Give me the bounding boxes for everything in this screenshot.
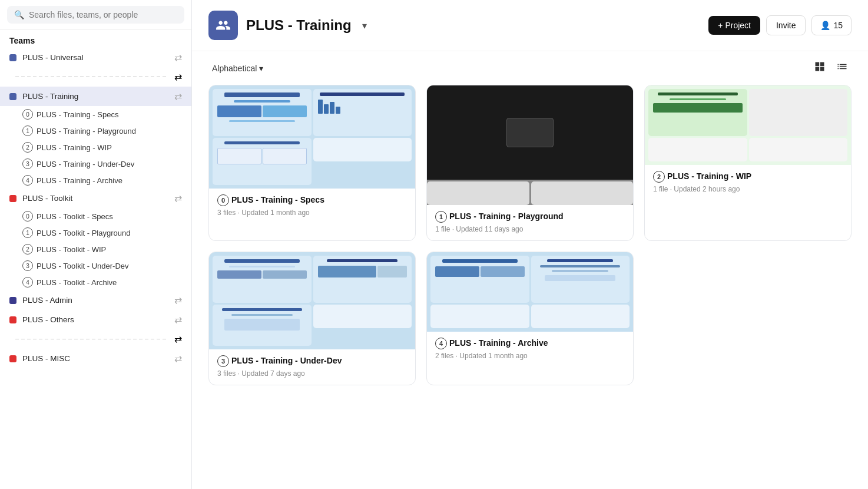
sidebar-subitem-training-archive[interactable]: 4 PLUS - Training - Archive [0,172,191,189]
team-title: PLUS - Training [246,17,352,34]
list-view-button[interactable] [833,58,852,78]
sub-badge: 4 [22,277,33,288]
tune-icon[interactable]: ⇄ [174,314,182,325]
badge: 2 [653,171,665,183]
sidebar-subitem-training-specs[interactable]: 0 PLUS - Training - Specs [0,106,191,123]
sidebar-subitem-toolkit-under-dev[interactable]: 3 PLUS - Toolkit - Under-Dev [0,257,191,274]
sidebar-subitem-label: PLUS - Training - Specs [37,110,118,119]
project-card-training-specs[interactable]: 0PLUS - Training - Specs 3 files · Updat… [208,85,416,241]
projects-grid: 0PLUS - Training - Specs 3 files · Updat… [192,85,868,402]
main-content: PLUS - Training ▾ + Project Invite 👤 15 … [192,0,868,489]
sidebar-item-label: PLUS - Others [22,315,168,324]
card-info: 2PLUS - Training - WIP 1 file · Updated … [645,165,851,200]
members-count: 15 [833,21,843,30]
tune-icon[interactable]: ⇄ [174,71,182,82]
project-card-training-playground[interactable]: 1PLUS - Training - Playground 1 file · U… [426,85,634,241]
sidebar-subitem-label: PLUS - Training - Playground [37,127,136,136]
tune-icon[interactable]: ⇄ [174,91,182,102]
sub-badge: 4 [22,175,33,186]
sidebar-subitem-toolkit-playground[interactable]: 1 PLUS - Toolkit - Playground [0,224,191,241]
sidebar-item-label: PLUS - Admin [22,296,168,305]
members-icon: 👤 [820,21,830,30]
sub-badge: 1 [22,227,33,238]
invite-button[interactable]: Invite [766,15,806,35]
search-input-wrap[interactable]: 🔍 [7,6,184,24]
sidebar-divider-1: ⇄ [0,67,191,87]
chevron-down-icon[interactable]: ▾ [362,20,367,31]
card-info: 0PLUS - Training - Specs 3 files · Updat… [209,189,415,224]
sidebar-item-plus-others[interactable]: PLUS - Others ⇄ [0,310,191,329]
teams-section-label: Teams [0,30,191,48]
sidebar-item-label: PLUS - Toolkit [22,194,168,203]
sub-badge: 1 [22,125,33,136]
sidebar-subitem-label: PLUS - Toolkit - Archive [37,278,117,287]
project-card-training-under-dev[interactable]: 3PLUS - Training - Under-Dev 3 files · U… [208,252,416,385]
card-meta: 1 file · Updated 2 hours ago [653,185,843,193]
team-icon [208,11,238,40]
dot-icon [9,54,16,61]
sort-label: Alphabetical [212,64,257,73]
sidebar-subitem-label: PLUS - Training - Archive [37,176,122,185]
project-card-training-archive[interactable]: 4PLUS - Training - Archive 2 files · Upd… [426,252,634,385]
card-meta: 1 file · Updated 11 days ago [435,225,625,233]
sidebar-subitem-toolkit-archive[interactable]: 4 PLUS - Toolkit - Archive [0,274,191,290]
badge: 4 [435,338,447,349]
sub-badge: 3 [22,158,33,169]
sub-badge: 2 [22,244,33,255]
grid-view-button[interactable] [810,58,829,78]
sub-badge: 0 [22,211,33,222]
divider-line [15,77,168,77]
sort-button[interactable]: Alphabetical ▾ [208,61,267,75]
dot-icon [9,297,16,304]
sidebar-item-plus-admin[interactable]: PLUS - Admin ⇄ [0,290,191,310]
sidebar-subitem-label: PLUS - Training - WIP [37,143,112,152]
sub-badge: 3 [22,260,33,271]
header: PLUS - Training ▾ + Project Invite 👤 15 [192,0,868,51]
card-info: 3PLUS - Training - Under-Dev 3 files · U… [209,349,415,385]
sidebar-subitem-label: PLUS - Toolkit - WIP [37,245,106,254]
sidebar-divider-2: ⇄ [0,329,191,349]
card-title: 2PLUS - Training - WIP [653,171,843,183]
sidebar-subitem-toolkit-wip[interactable]: 2 PLUS - Toolkit - WIP [0,241,191,257]
tune-icon[interactable]: ⇄ [174,52,182,63]
sidebar-subitem-label: PLUS - Toolkit - Under-Dev [37,262,129,270]
sidebar-subitem-training-under-dev[interactable]: 3 PLUS - Training - Under-Dev [0,156,191,172]
search-icon: 🔍 [14,10,24,19]
sidebar: 🔍 Teams PLUS - Universal ⇄ ⇄ PLUS - Trai… [0,0,192,489]
sidebar-subitem-toolkit-specs[interactable]: 0 PLUS - Toolkit - Specs [0,208,191,224]
tune-icon[interactable]: ⇄ [174,353,182,364]
card-title: 0PLUS - Training - Specs [217,194,407,206]
sidebar-item-label: PLUS - MISC [22,354,168,363]
dot-icon [9,355,16,362]
card-meta: 3 files · Updated 1 month ago [217,209,407,217]
card-meta: 2 files · Updated 1 month ago [435,352,625,360]
sidebar-item-plus-universal[interactable]: PLUS - Universal ⇄ [0,48,191,67]
dot-icon [9,316,16,323]
toolbar: Alphabetical ▾ [192,51,868,85]
tune-icon[interactable]: ⇄ [174,295,182,306]
project-card-training-wip[interactable]: 2PLUS - Training - WIP 1 file · Updated … [644,85,852,241]
card-title: 4PLUS - Training - Archive [435,338,625,349]
divider-line [15,339,168,339]
add-project-button[interactable]: + Project [708,16,760,35]
sidebar-item-plus-toolkit[interactable]: PLUS - Toolkit ⇄ [0,189,191,208]
badge: 1 [435,211,447,223]
view-icons [810,58,852,78]
sidebar-item-plus-training[interactable]: PLUS - Training ⇄ [0,87,191,106]
sidebar-subitem-label: PLUS - Toolkit - Specs [37,212,113,221]
members-button[interactable]: 👤 15 [811,15,852,35]
search-input[interactable] [29,10,177,19]
sidebar-subitem-label: PLUS - Training - Under-Dev [37,160,134,168]
header-actions: + Project Invite 👤 15 [708,15,852,35]
badge: 0 [217,194,229,206]
badge: 3 [217,355,229,367]
tune-icon[interactable]: ⇄ [174,333,182,345]
sidebar-item-plus-misc[interactable]: PLUS - MISC ⇄ [0,349,191,368]
card-title: 3PLUS - Training - Under-Dev [217,355,407,367]
tune-icon[interactable]: ⇄ [174,193,182,204]
sidebar-subitem-training-playground[interactable]: 1 PLUS - Training - Playground [0,123,191,139]
sidebar-subitem-training-wip[interactable]: 2 PLUS - Training - WIP [0,139,191,156]
card-info: 4PLUS - Training - Archive 2 files · Upd… [427,332,633,367]
sidebar-subitem-label: PLUS - Toolkit - Playground [37,229,130,237]
dot-icon [9,93,16,100]
